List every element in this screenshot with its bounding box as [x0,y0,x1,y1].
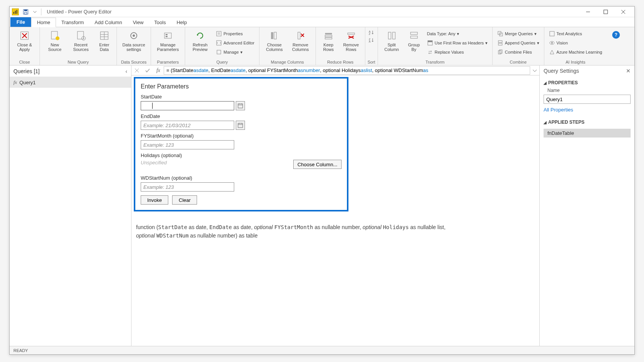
svg-rect-51 [428,41,432,42]
sort-desc-button[interactable]: ZA [367,36,376,43]
recent-sources-button[interactable]: Recent Sources [69,29,93,57]
group-reducerows-label: Reduce Rows [319,59,362,64]
main-body: Queries [1] ‹ fx Query1 fx = (StartDate … [10,66,634,346]
settings-header-label: Query Settings [544,68,579,74]
svg-rect-55 [498,43,502,45]
query-settings-pane: Query Settings ✕ ◢PROPERTIES Name All Pr… [539,66,634,346]
applied-steps-section[interactable]: ◢APPLIED STEPS [544,120,631,125]
query-item[interactable]: fx Query1 [10,77,131,88]
svg-rect-63 [238,104,243,108]
close-apply-button[interactable]: Close & Apply [13,29,36,57]
accept-formula-icon[interactable] [142,66,153,75]
merge-icon [497,31,503,37]
choose-columns-button[interactable]: Choose Columns [263,29,286,57]
tab-home[interactable]: Home [31,18,56,27]
group-combine-label: Combine [496,59,541,64]
queries-header: Queries [1] ‹ [10,66,131,77]
properties-section[interactable]: ◢PROPERTIES [544,80,631,85]
name-label: Name [544,88,631,93]
data-type-button[interactable]: Data Type: Any ▾ [426,29,489,38]
manage-icon [216,49,222,55]
fx-icon[interactable]: fx [153,66,164,75]
clear-button[interactable]: Clear [172,195,197,205]
startdate-input[interactable] [141,101,234,110]
svg-rect-23 [164,33,171,38]
svg-rect-37 [325,35,332,37]
merge-queries-button[interactable]: Merge Queries ▾ [496,29,541,38]
expand-formula-icon[interactable] [530,69,539,72]
startdate-calendar-button[interactable] [236,101,245,110]
function-signature: function (StartDate as date, EndDate as … [136,223,466,240]
close-apply-icon [18,29,31,42]
enter-data-icon [98,29,110,42]
tab-help[interactable]: Help [171,18,192,27]
qat-dropdown-icon[interactable] [30,8,39,16]
azure-ml-button[interactable]: Azure Machine Learning [547,48,604,56]
svg-rect-49 [411,36,417,38]
wdstartnum-label: WDStartNum (optional) [141,175,342,181]
ribbon: Close & Apply Close New Source Recent So… [10,27,634,66]
expand-icon: ◢ [544,120,547,124]
tab-transform[interactable]: Transform [56,18,89,27]
minimize-button[interactable] [579,7,597,17]
enddate-input[interactable] [141,121,234,130]
enddate-calendar-button[interactable] [236,121,245,130]
close-button[interactable] [614,7,632,17]
maximize-button[interactable] [597,7,614,17]
manage-query-button[interactable]: Manage ▾ [214,48,256,56]
svg-rect-32 [274,32,276,39]
invoke-button[interactable]: Invoke [141,195,168,205]
properties-button[interactable]: Properties [214,29,256,38]
append-queries-button[interactable]: Append Queries ▾ [496,39,541,47]
svg-rect-67 [238,123,243,128]
tab-add-column[interactable]: Add Column [89,18,128,27]
replace-values-button[interactable]: Replace Values [426,48,489,56]
text-analytics-icon [549,31,555,37]
new-source-button[interactable]: New Source [43,29,67,57]
collapse-pane-icon[interactable]: ‹ [125,68,127,74]
applied-step-item[interactable]: fnDateTable [544,129,631,138]
combine-files-button[interactable]: Combine Files [496,48,541,56]
azure-icon [549,49,555,55]
query-name-input[interactable] [544,95,631,104]
enter-data-button[interactable]: Enter Data [95,29,113,57]
tab-view[interactable]: View [127,18,149,27]
wdstartnum-input[interactable] [141,182,234,192]
choose-columns-icon [268,29,281,42]
close-settings-icon[interactable]: ✕ [626,68,631,74]
vision-button[interactable]: Vision [547,39,604,47]
save-icon[interactable] [21,8,30,16]
all-properties-link[interactable]: All Properties [544,107,631,113]
text-analytics-button[interactable]: Text Analytics [547,29,604,38]
center-content: fx = (StartDate as date, EndDate as date… [131,66,539,346]
svg-rect-54 [498,41,502,43]
cancel-formula-icon[interactable] [131,66,142,75]
editor-icon [216,40,222,46]
table-icon [427,40,433,46]
keep-rows-button[interactable]: Keep Rows [319,29,338,57]
choose-column-button[interactable]: Choose Column... [293,160,342,169]
advanced-editor-button[interactable]: Advanced Editor [214,39,256,47]
formula-input[interactable]: = (StartDate as date, EndDate as date, o… [164,66,530,75]
replace-icon [427,49,433,55]
group-transform-label: Transform [381,59,489,64]
refresh-preview-button[interactable]: Refresh Preview [188,29,212,57]
split-column-button[interactable]: Split Column [381,29,402,57]
panel-title: Enter Parameters [141,83,342,90]
help-button[interactable]: ? [612,31,620,39]
enter-parameters-panel: Enter Parameters StartDate EndDate [134,77,348,211]
app-window: Untitled - Power Query Editor File Home … [9,6,635,355]
fystartmonth-input[interactable] [141,140,234,149]
remove-rows-button[interactable]: Remove Rows [340,29,362,57]
sort-asc-button[interactable]: AZ [367,29,376,36]
data-source-settings-button[interactable]: Data source settings [120,29,148,57]
group-by-button[interactable]: Group By [405,29,423,57]
tab-tools[interactable]: Tools [149,18,171,27]
svg-point-22 [133,34,135,37]
tab-file[interactable]: File [10,17,31,27]
first-row-headers-button[interactable]: Use First Row as Headers ▾ [426,39,489,47]
window-title: Untitled - Power Query Editor [47,9,112,15]
manage-parameters-button[interactable]: Manage Parameters [154,29,182,57]
remove-columns-button[interactable]: Remove Columns [289,29,312,57]
parameters-icon [162,29,174,42]
